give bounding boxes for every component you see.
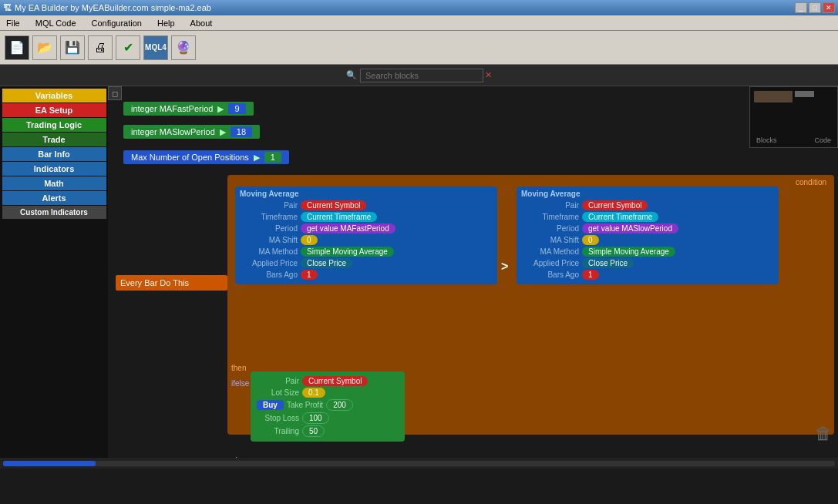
menu-about[interactable]: About	[187, 17, 216, 29]
buy-pair-row: Pair Current Symbol	[257, 376, 399, 386]
ma-right-bars-value[interactable]: 1	[582, 270, 599, 280]
sidebar-custom-indicators[interactable]: Custom Indicators	[2, 206, 106, 219]
every-bar-block: Every Bar Do This	[116, 275, 227, 291]
ma-right-timeframe-value[interactable]: Current Timeframe	[582, 212, 658, 222]
ma-right-shift-row: MA Shift 0	[521, 235, 774, 245]
else-label: else	[231, 456, 245, 458]
canvas: ◻ integer MAFastPeriod ▶ 9 integer MASlo…	[108, 86, 838, 458]
sidebar-trading-logic[interactable]: Trading Logic	[2, 118, 106, 132]
validate-button[interactable]: ✔	[116, 35, 140, 60]
max-positions-label: Max Number of Open Positions	[131, 153, 249, 162]
buy-pair-value[interactable]: Current Symbol	[302, 376, 368, 386]
sidebar-math[interactable]: Math	[2, 176, 106, 190]
menu-mqlcode[interactable]: MQL Code	[32, 17, 79, 29]
sidebar-trade[interactable]: Trade	[2, 133, 106, 146]
about-button[interactable]: 🔮	[171, 35, 196, 60]
ma-right-title: Moving Average	[521, 190, 774, 198]
search-icon: 🔍	[346, 70, 357, 80]
variable-block-1[interactable]: integer MAFastPeriod ▶ 9	[123, 102, 254, 116]
ma-right-method-value[interactable]: Simple Moving Average	[582, 247, 675, 257]
minimap-preview	[754, 91, 793, 102]
ma-left-block[interactable]: Moving Average Pair Current Symbol Timef…	[235, 186, 497, 284]
minimap-blocks-label: Blocks	[756, 136, 777, 144]
ma-left-timeframe-value[interactable]: Current Timeframe	[301, 212, 377, 222]
titlebar-icon: 🏗	[3, 3, 12, 12]
sidebar: Variables EA Setup Trading Logic Trade B…	[0, 86, 108, 458]
mql4-button[interactable]: MQL4	[143, 35, 168, 60]
search-input[interactable]	[360, 69, 483, 82]
menu-help[interactable]: Help	[154, 17, 178, 29]
save-button[interactable]: 💾	[60, 35, 85, 60]
max-positions-value[interactable]: 1	[264, 152, 281, 163]
scrollbar-thumb[interactable]	[3, 461, 96, 466]
titlebar-title: My EA Builder by MyEABuilder.com simple-…	[15, 3, 211, 12]
new-button[interactable]: 📄	[5, 35, 29, 60]
buy-trailing-row: Trailing 50	[257, 425, 399, 437]
buy-tp-value[interactable]: 200	[326, 399, 353, 411]
close-button[interactable]: ✕	[823, 2, 835, 13]
search-clear-icon[interactable]: ✕	[485, 70, 492, 80]
ma-left-method-value[interactable]: Simple Moving Average	[301, 247, 394, 257]
ma-left-shift-value[interactable]: 0	[301, 235, 318, 245]
buy-block[interactable]: Pair Current Symbol Lot Size 0.1 Buy Tak…	[251, 371, 405, 442]
var2-arrow: ▶	[220, 127, 226, 137]
minimize-button[interactable]: _	[795, 2, 807, 13]
print-button[interactable]: 🖨	[88, 35, 113, 60]
var1-type: integer MAFastPeriod	[131, 104, 213, 113]
outer-container: condition Moving Average Pair Current Sy…	[227, 175, 834, 435]
buy-sl-value[interactable]: 100	[302, 412, 329, 424]
ma-left-applied-row: Applied Price Close Price	[240, 258, 493, 268]
titlebar: 🏗 My EA Builder by MyEABuilder.com simpl…	[0, 0, 838, 15]
then-label: then	[231, 364, 246, 372]
ma-left-method-row: MA Method Simple Moving Average	[240, 247, 493, 257]
menu-configuration[interactable]: Configuration	[89, 17, 145, 29]
collapse-icon[interactable]: ◻	[108, 86, 122, 100]
titlebar-controls: _ □ ✕	[795, 2, 835, 13]
ma-left-bars-value[interactable]: 1	[301, 270, 318, 280]
var1-value[interactable]: 9	[228, 103, 245, 114]
ma-left-pair-value[interactable]: Current Symbol	[301, 200, 366, 210]
minimap-code-preview	[795, 91, 814, 97]
sidebar-ea-setup[interactable]: EA Setup	[2, 103, 106, 117]
ma-right-period-value[interactable]: get value MASlowPeriod	[582, 223, 678, 234]
ma-left-bars-row: Bars Ago 1	[240, 270, 493, 280]
ma-left-pair-row: Pair Current Symbol	[240, 200, 493, 210]
ma-left-timeframe-row: Timeframe Current Timeframe	[240, 212, 493, 222]
ma-right-timeframe-row: Timeframe Current Timeframe	[521, 212, 774, 222]
sidebar-bar-info[interactable]: Bar Info	[2, 147, 106, 161]
ifelse-label: ifelse	[231, 379, 249, 388]
buy-lot-value[interactable]: 0.1	[302, 388, 325, 398]
buy-trailing-value[interactable]: 50	[302, 425, 325, 437]
minimap[interactable]: Blocks Code	[749, 86, 838, 148]
var1-arrow: ▶	[217, 104, 224, 114]
menubar: File MQL Code Configuration Help About	[0, 15, 838, 31]
menu-file[interactable]: File	[3, 17, 23, 29]
variable-block-2[interactable]: integer MASlowPeriod ▶ 18	[123, 125, 260, 139]
sidebar-variables[interactable]: Variables	[2, 89, 106, 102]
scrollbar-track[interactable]	[3, 461, 835, 466]
condition-label: condition	[796, 178, 826, 186]
operator-symbol: >	[501, 260, 508, 274]
var2-value[interactable]: 18	[231, 126, 252, 137]
ma-left-period-value[interactable]: get value MAFastPeriod	[301, 223, 395, 234]
ma-right-bars-row: Bars Ago 1	[521, 270, 774, 280]
trash-icon[interactable]: 🗑	[815, 424, 832, 444]
ma-right-block[interactable]: Moving Average Pair Current Symbol Timef…	[517, 186, 779, 284]
max-positions-block[interactable]: Max Number of Open Positions ▶ 1	[123, 150, 289, 164]
ma-right-period-row: Period get value MASlowPeriod	[521, 223, 774, 234]
ma-right-pair-value[interactable]: Current Symbol	[582, 200, 648, 210]
open-button[interactable]: 📂	[32, 35, 57, 60]
sidebar-alerts[interactable]: Alerts	[2, 191, 106, 205]
buy-action-row: Buy Take Profit 200	[257, 399, 399, 411]
searchbar: 🔍 ✕	[0, 65, 838, 86]
buy-lot-row: Lot Size 0.1	[257, 388, 399, 398]
ma-right-pair-row: Pair Current Symbol	[521, 200, 774, 210]
ma-right-applied-row: Applied Price Close Price	[521, 258, 774, 268]
ma-left-period-row: Period get value MAFastPeriod	[240, 223, 493, 234]
var2-type: integer MASlowPeriod	[131, 127, 215, 136]
maximize-button[interactable]: □	[809, 2, 821, 13]
sidebar-indicators[interactable]: Indicators	[2, 162, 106, 176]
ma-right-applied-value[interactable]: Close Price	[582, 258, 634, 268]
ma-right-shift-value[interactable]: 0	[582, 235, 599, 245]
ma-left-applied-value[interactable]: Close Price	[301, 258, 352, 268]
